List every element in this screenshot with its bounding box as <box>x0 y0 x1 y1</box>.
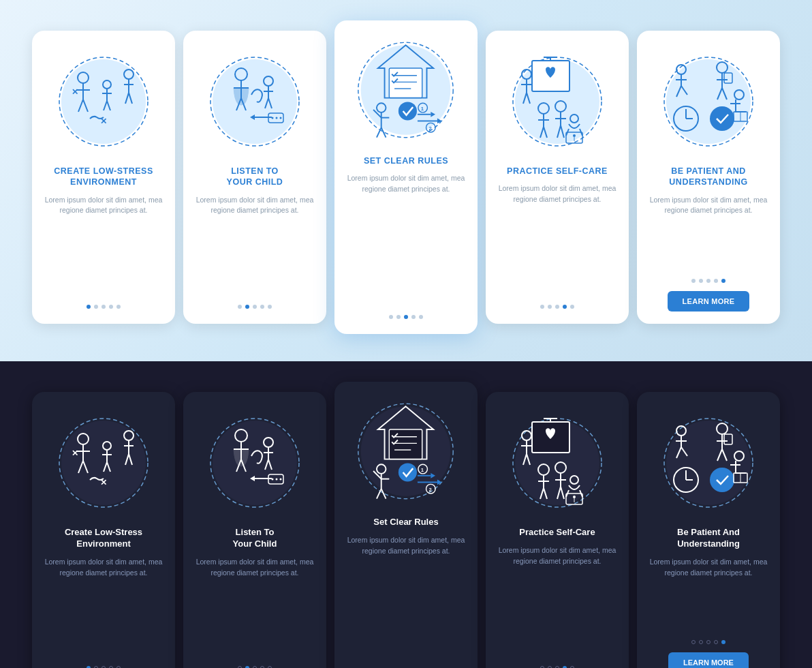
dot-2 <box>245 305 249 309</box>
card-desc-self-care-dark: Lorem ipsum dolor sit dim amet, mea regi… <box>495 545 619 567</box>
svg-point-35 <box>276 117 278 119</box>
dot-1 <box>389 315 393 319</box>
svg-point-19 <box>213 59 297 144</box>
dots-listen-light <box>238 305 272 309</box>
card-self-care-dark: Practice Self-Care Lorem ipsum dolor sit… <box>486 392 629 668</box>
svg-text:1: 1 <box>421 105 424 111</box>
dots-patient-light <box>691 279 725 283</box>
card-desc-self-care-light: Lorem ipsum dolor sit dim amet, mea regi… <box>495 183 619 205</box>
card-desc-listen-dark: Lorem ipsum dolor sit dim amet, mea regi… <box>193 557 317 579</box>
svg-point-85 <box>666 59 751 144</box>
card-title-patient-light: BE PATIENT ANDUNDERSTANDING <box>669 166 747 188</box>
svg-point-156 <box>399 463 417 481</box>
card-create-low-stress-dark: ✕ ✕ Create Low-StressEnvironment Lorem i… <box>32 392 175 668</box>
svg-point-141 <box>276 478 278 480</box>
dot-3 <box>706 279 710 283</box>
card-desc-set-rules-light: Lorem ipsum dolor sit dim amet, mea regi… <box>344 173 468 195</box>
card-title-self-care-dark: Practice Self-Care <box>519 527 595 538</box>
dot-3 <box>404 315 408 319</box>
dot-5 <box>116 305 121 309</box>
svg-point-83 <box>573 134 576 137</box>
card-create-low-stress-light: ✕ ✕ CREATE LOW-STRESSENVIRONMENT Lore <box>32 31 175 324</box>
dot-1 <box>691 640 696 644</box>
illustration-patient-light <box>657 42 760 157</box>
svg-point-189 <box>573 496 576 498</box>
svg-point-34 <box>272 117 274 119</box>
card-desc-set-rules-dark: Lorem ipsum dolor sit dim amet, mea regi… <box>344 535 468 557</box>
svg-line-154 <box>377 489 381 499</box>
dark-section: ✕ ✕ Create Low-StressEnvironment Lorem i… <box>0 361 812 668</box>
dot-3 <box>102 305 106 309</box>
dot-5 <box>721 640 725 644</box>
card-title-listen-dark: Listen ToYour Child <box>233 527 277 550</box>
svg-point-207 <box>710 468 734 492</box>
dot-2 <box>699 279 703 283</box>
card-title-self-care-light: PRACTICE SELF-CARE <box>507 166 608 177</box>
dot-4 <box>714 640 718 644</box>
card-self-care-light: PRACTICE SELF-CARE Lorem ipsum dolor sit… <box>486 31 629 324</box>
card-desc-listen-light: Lorem ipsum dolor sit dim amet, mea regi… <box>193 195 317 217</box>
light-section: ✕ ✕ CREATE LOW-STRESSENVIRONMENT Lore <box>0 0 812 361</box>
svg-point-140 <box>272 478 274 480</box>
dots-low-stress-light <box>87 305 121 309</box>
dot-2 <box>396 315 401 319</box>
illustration-listen-light <box>204 42 306 157</box>
svg-text:✕: ✕ <box>72 449 78 458</box>
dot-5 <box>570 305 574 309</box>
illustration-listen-dark <box>204 403 306 519</box>
card-title-listen-light: LISTEN TOYOUR CHILD <box>227 166 283 188</box>
illustration-self-care-dark <box>506 403 608 519</box>
dot-1 <box>540 305 544 309</box>
illustration-low-stress-light: ✕ ✕ <box>52 42 155 157</box>
illustration-patient-dark <box>657 403 760 519</box>
card-listen-light: LISTEN TOYOUR CHILD Lorem ipsum dolor si… <box>183 31 326 324</box>
svg-point-125 <box>213 421 297 505</box>
dot-5 <box>721 279 725 283</box>
dot-4 <box>563 305 567 309</box>
dot-3 <box>706 640 710 644</box>
dot-4 <box>260 305 264 309</box>
dot-3 <box>555 305 559 309</box>
learn-more-button-dark[interactable]: LEARN MORE <box>668 652 749 668</box>
dot-2 <box>548 305 552 309</box>
card-set-rules-dark: 1 2 Set Clear Rules Lorem ipsum dolor si… <box>334 382 478 668</box>
learn-more-button-light[interactable]: LEARN MORE <box>668 291 750 312</box>
dots-set-rules-light <box>389 315 423 319</box>
card-title-set-rules-light: SET CLEAR RULES <box>364 155 448 166</box>
card-desc-patient-dark: Lorem ipsum dolor sit dim amet, mea regi… <box>646 557 770 579</box>
svg-line-48 <box>377 127 381 138</box>
svg-text:2: 2 <box>428 125 431 132</box>
svg-text:1: 1 <box>421 466 424 472</box>
dot-1 <box>87 305 91 309</box>
svg-point-142 <box>280 478 282 480</box>
card-desc-low-stress-light: Lorem ipsum dolor sit dim amet, mea regi… <box>42 195 166 217</box>
dot-2 <box>699 640 703 644</box>
card-patient-light: BE PATIENT ANDUNDERSTANDING Lorem ipsum … <box>637 31 780 324</box>
svg-point-36 <box>280 117 282 119</box>
card-desc-low-stress-dark: Lorem ipsum dolor sit dim amet, mea regi… <box>42 557 166 579</box>
dot-1 <box>238 305 242 309</box>
dot-4 <box>714 279 718 283</box>
dots-patient-dark <box>691 640 725 644</box>
illustration-set-rules-dark: 1 2 <box>355 393 457 508</box>
card-title-set-rules-dark: Set Clear Rules <box>373 517 438 528</box>
svg-point-50 <box>399 102 417 120</box>
svg-text:✕: ✕ <box>72 87 78 97</box>
card-title-low-stress-dark: Create Low-StressEnvironment <box>65 527 142 550</box>
illustration-self-care-light <box>506 42 608 157</box>
card-title-patient-dark: Be Patient AndUnderstanding <box>677 527 740 550</box>
card-patient-dark: Be Patient AndUnderstanding Lorem ipsum … <box>637 392 780 668</box>
illustration-low-stress-dark: ✕ ✕ <box>52 403 155 519</box>
dot-5 <box>419 315 423 319</box>
card-desc-patient-light: Lorem ipsum dolor sit dim amet, mea regi… <box>646 195 770 217</box>
dot-3 <box>253 305 257 309</box>
illustration-set-rules-light: 1 2 <box>355 31 457 147</box>
dot-2 <box>94 305 98 309</box>
svg-point-191 <box>666 421 751 505</box>
svg-text:2: 2 <box>428 487 431 493</box>
dot-5 <box>268 305 272 309</box>
dot-4 <box>411 315 416 319</box>
dots-self-care-light <box>540 305 574 309</box>
card-listen-dark: Listen ToYour Child Lorem ipsum dolor si… <box>183 392 326 668</box>
dot-1 <box>691 279 696 283</box>
